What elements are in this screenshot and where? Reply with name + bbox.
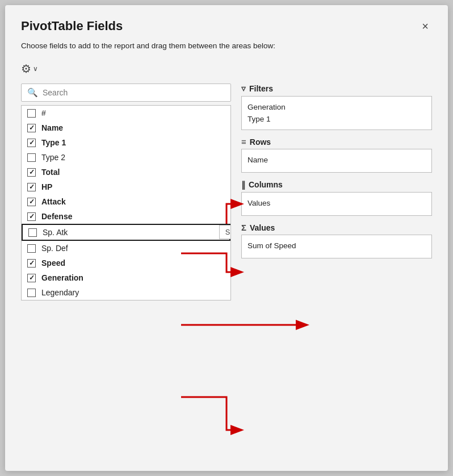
field-item-defense[interactable]: Defense xyxy=(22,209,230,224)
gear-row: ⚙ ∨ xyxy=(21,62,432,76)
area-item[interactable]: Sum of Speed xyxy=(248,240,426,252)
checkbox-total[interactable] xyxy=(27,168,36,177)
field-label-attack: Attack xyxy=(41,197,66,206)
field-label-name: Name xyxy=(41,123,63,132)
close-button[interactable]: × xyxy=(418,19,432,33)
filters-box[interactable]: GenerationType 1 xyxy=(241,96,432,130)
area-item[interactable]: Values xyxy=(248,197,426,209)
field-item-hash[interactable]: # xyxy=(22,106,230,120)
checkbox-spdef[interactable] xyxy=(27,244,36,253)
rows-section: ≡ Rows Name xyxy=(241,137,432,173)
checkbox-speed[interactable] xyxy=(27,259,36,268)
field-item-total[interactable]: Total xyxy=(22,165,230,179)
field-item-attack[interactable]: Attack xyxy=(22,194,230,209)
checkbox-hash[interactable] xyxy=(27,109,36,118)
checkbox-hp[interactable] xyxy=(27,183,36,191)
field-item-speed[interactable]: Speed xyxy=(22,256,230,270)
main-content: 🔍 #NameType 1Type 2TotalHPAttackDefenseS… xyxy=(21,83,432,300)
field-item-type1[interactable]: Type 1 xyxy=(22,135,230,150)
columns-section: ‖ Columns Values xyxy=(241,179,432,216)
area-item[interactable]: Name xyxy=(248,154,426,166)
panel-title: PivotTable Fields xyxy=(21,19,123,34)
checkbox-attack[interactable] xyxy=(27,198,36,206)
field-label-spatk: Sp. Atk xyxy=(43,228,68,237)
field-item-type2[interactable]: Type 2 xyxy=(22,150,230,165)
columns-icon: ‖ xyxy=(241,179,245,190)
filter-icon: ▿ xyxy=(241,83,246,94)
columns-title: Columns xyxy=(249,180,283,189)
field-label-type2: Type 2 xyxy=(41,153,65,162)
rows-label: ≡ Rows xyxy=(241,137,432,147)
field-item-spatk[interactable]: Sp. Atk∨Sp. Atk xyxy=(22,224,230,241)
field-label-total: Total xyxy=(41,168,60,177)
right-panel: ▿ Filters GenerationType 1 ≡ Rows Name ‖… xyxy=(241,83,432,300)
rows-title: Rows xyxy=(250,137,271,147)
values-label: Σ Values xyxy=(241,223,432,232)
panel-header: PivotTable Fields × xyxy=(21,19,432,34)
field-label-hp: HP xyxy=(41,182,52,191)
filters-title: Filters xyxy=(249,84,273,93)
rows-box[interactable]: Name xyxy=(241,149,432,173)
search-input[interactable] xyxy=(43,88,225,97)
filters-label: ▿ Filters xyxy=(241,83,432,94)
field-item-hp[interactable]: HP xyxy=(22,179,230,194)
search-icon: 🔍 xyxy=(27,87,38,98)
area-item[interactable]: Generation xyxy=(248,101,426,113)
sigma-icon: Σ xyxy=(241,223,246,232)
field-label-spdef: Sp. Def xyxy=(41,244,68,253)
gear-dropdown-arrow[interactable]: ∨ xyxy=(33,65,38,73)
field-label-type1: Type 1 xyxy=(41,138,66,147)
columns-box[interactable]: Values xyxy=(241,192,432,216)
fields-list: #NameType 1Type 2TotalHPAttackDefenseSp.… xyxy=(21,105,231,300)
field-item-name[interactable]: Name xyxy=(22,120,230,135)
field-label-legendary: Legendary xyxy=(41,288,79,297)
values-section: Σ Values Sum of Speed xyxy=(241,223,432,258)
search-box[interactable]: 🔍 xyxy=(21,83,231,102)
field-label-generation: Generation xyxy=(41,273,83,282)
checkbox-legendary[interactable] xyxy=(27,289,36,297)
field-item-spdef[interactable]: Sp. Def xyxy=(22,241,230,256)
field-label-speed: Speed xyxy=(41,258,65,268)
checkbox-type2[interactable] xyxy=(27,153,36,162)
checkbox-name[interactable] xyxy=(27,124,36,132)
values-title: Values xyxy=(250,223,275,232)
field-item-generation[interactable]: Generation xyxy=(22,270,230,285)
left-panel: 🔍 #NameType 1Type 2TotalHPAttackDefenseS… xyxy=(21,83,231,300)
checkbox-type1[interactable] xyxy=(27,139,36,147)
area-item[interactable]: Type 1 xyxy=(248,113,426,125)
field-label-hash: # xyxy=(41,108,46,118)
filters-section: ▿ Filters GenerationType 1 xyxy=(241,83,432,130)
field-item-legendary[interactable]: Legendary xyxy=(22,285,230,300)
columns-label: ‖ Columns xyxy=(241,179,432,190)
field-label-defense: Defense xyxy=(41,212,72,221)
gear-icon[interactable]: ⚙ xyxy=(21,62,31,76)
rows-icon: ≡ xyxy=(241,137,246,147)
pivot-table-panel: PivotTable Fields × Choose fields to add… xyxy=(5,5,448,471)
checkbox-spatk[interactable] xyxy=(28,228,37,237)
checkbox-generation[interactable] xyxy=(27,274,36,282)
values-box[interactable]: Sum of Speed xyxy=(241,235,432,258)
field-dropdown-arrow-spatk[interactable]: ∨ xyxy=(219,228,224,236)
panel-description: Choose fields to add to the report and d… xyxy=(21,40,432,52)
checkbox-defense[interactable] xyxy=(27,212,36,221)
